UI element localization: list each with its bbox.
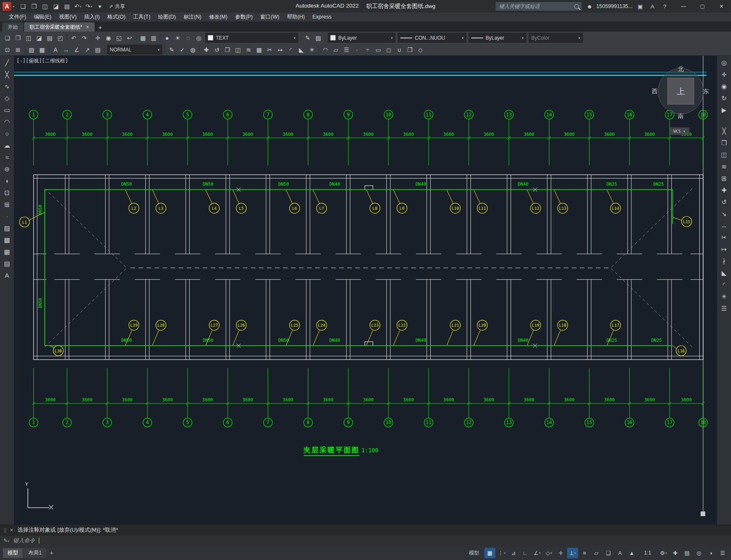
new-tab-button[interactable]: + bbox=[95, 22, 105, 32]
model-tab[interactable]: 模型 bbox=[3, 548, 23, 558]
new-layout-button[interactable]: + bbox=[47, 548, 56, 558]
menu-format[interactable]: 格式(O) bbox=[103, 13, 129, 22]
command-tools-icon[interactable]: ✎▾ bbox=[3, 538, 9, 544]
revision-cloud-tool-icon[interactable]: ☁ bbox=[2, 140, 13, 151]
fillet-icon[interactable]: ◜ bbox=[285, 45, 296, 54]
explode-icon[interactable]: ✳ bbox=[307, 45, 317, 54]
menu-help[interactable]: 帮助(H) bbox=[283, 13, 308, 22]
save-icon[interactable]: ◫ bbox=[40, 2, 50, 11]
text-style-select[interactable]: NORMAL▾ bbox=[107, 45, 162, 54]
building-walls[interactable] bbox=[34, 175, 704, 360]
table-icon[interactable]: ▤ bbox=[92, 45, 103, 54]
zoom-icon[interactable]: ◉ bbox=[719, 81, 730, 92]
new-icon[interactable]: ❏ bbox=[2, 33, 13, 43]
ellipse-arc-tool-icon[interactable]: ◖ bbox=[2, 176, 13, 186]
region-icon[interactable]: ▭ bbox=[373, 45, 383, 54]
layout1-tab[interactable]: 布局1 bbox=[24, 548, 46, 558]
object-snap-tracking-icon[interactable]: ✛ bbox=[555, 548, 566, 558]
annotation-scale-button[interactable]: 1:1 bbox=[638, 546, 657, 559]
zoom-realtime-icon[interactable]: ◉ bbox=[103, 33, 114, 43]
stretch-icon[interactable]: ↔ bbox=[719, 220, 730, 231]
maximize-button[interactable]: ▢ bbox=[693, 0, 712, 13]
move-icon[interactable]: ✚ bbox=[201, 45, 212, 54]
plot-icon[interactable]: ▤ bbox=[62, 2, 72, 11]
layer-freeze-icon[interactable]: ☀ bbox=[172, 33, 183, 43]
copy-icon[interactable]: ❐ bbox=[222, 45, 233, 54]
search-icon[interactable] bbox=[574, 4, 579, 9]
rotate-icon[interactable]: ↺ bbox=[212, 45, 222, 54]
make-block-icon[interactable]: ⊞ bbox=[13, 45, 23, 54]
extend-icon[interactable]: ↦ bbox=[719, 244, 730, 254]
pan-icon[interactable]: ✛ bbox=[719, 69, 730, 80]
autoscale-icon[interactable]: ▲ bbox=[626, 548, 637, 558]
menu-express[interactable]: Express bbox=[309, 13, 335, 22]
menu-file[interactable]: 文件(F) bbox=[5, 13, 30, 22]
leader-icon[interactable]: ↗ bbox=[82, 45, 92, 54]
copy-icon[interactable]: ❐ bbox=[719, 138, 730, 148]
gradient-icon[interactable]: ▩ bbox=[37, 45, 47, 54]
help-icon[interactable]: ? bbox=[660, 3, 669, 10]
app-menu-button[interactable]: A ▾ bbox=[0, 0, 17, 13]
polar-tracking-icon[interactable]: ∠▾ bbox=[532, 548, 543, 558]
menu-edit[interactable]: 编辑(E) bbox=[30, 13, 55, 22]
find-icon[interactable]: ◍ bbox=[188, 45, 198, 54]
new-icon[interactable]: ❏ bbox=[18, 2, 28, 11]
chamfer-icon[interactable]: ◣ bbox=[296, 45, 307, 54]
search-box[interactable] bbox=[495, 2, 582, 11]
make-block-icon[interactable]: ⊞ bbox=[2, 199, 13, 210]
gradient-tool-icon[interactable]: ▩ bbox=[2, 235, 13, 245]
ungroup-icon[interactable]: ◇ bbox=[415, 45, 426, 54]
point-icon[interactable]: ∙ bbox=[352, 45, 362, 54]
circle-tool-icon[interactable]: ○ bbox=[2, 128, 13, 139]
command-input-row[interactable]: ✎▾ 键入命令 bbox=[0, 536, 731, 546]
line-tool-icon[interactable]: ╱ bbox=[2, 57, 13, 68]
offset-icon[interactable]: ≋ bbox=[243, 45, 254, 54]
save-icon[interactable]: ◫ bbox=[23, 33, 34, 43]
customization-icon[interactable]: ☰ bbox=[717, 548, 728, 558]
autodesk-app-icon[interactable]: A bbox=[648, 3, 657, 10]
command-close-icon[interactable]: ✕ bbox=[10, 528, 14, 533]
linetype-select[interactable]: CON...NUOU▾ bbox=[398, 33, 466, 43]
insert-block-icon[interactable]: ⊡ bbox=[2, 187, 13, 198]
move-icon[interactable]: ✚ bbox=[719, 185, 730, 195]
account-button[interactable]: ☻ 15059991135... bbox=[585, 3, 633, 10]
match-properties-icon[interactable]: ▨ bbox=[313, 33, 323, 43]
group-icon[interactable]: ❒ bbox=[405, 45, 415, 54]
boundary-icon[interactable]: ◻ bbox=[383, 45, 394, 54]
orbit-icon[interactable]: ↻ bbox=[719, 93, 730, 103]
fillet-icon[interactable]: ◜ bbox=[719, 279, 730, 290]
layer-plot-icon[interactable]: ◎ bbox=[193, 33, 204, 43]
area-icon[interactable]: ▱ bbox=[331, 45, 341, 54]
polyline-tool-icon[interactable]: ∿ bbox=[2, 81, 13, 92]
layer-lock-icon[interactable]: ◌ bbox=[183, 33, 193, 43]
mtext-icon[interactable]: ✎ bbox=[166, 45, 177, 54]
isolate-objects-icon[interactable]: ◎ bbox=[693, 548, 704, 558]
overlay-lines[interactable] bbox=[14, 55, 707, 516]
redo-icon[interactable]: ↷▾ bbox=[84, 2, 94, 11]
layer-properties-icon[interactable]: ▦ bbox=[138, 33, 148, 43]
lineweight-select[interactable]: ByLayer▾ bbox=[469, 33, 526, 43]
menu-draw[interactable]: 绘图(D) bbox=[154, 13, 179, 22]
list-icon[interactable]: ☰ bbox=[341, 45, 352, 54]
hatch-icon[interactable]: ▨ bbox=[26, 45, 37, 54]
drawing-canvas[interactable]: [-][俯视][二维线框]123456789101112131415161718… bbox=[14, 55, 717, 525]
plot-icon[interactable]: ▤ bbox=[44, 33, 55, 43]
color-select[interactable]: ByLayer▾ bbox=[328, 33, 395, 43]
hatch-tool-icon[interactable]: ▨ bbox=[2, 223, 13, 233]
rotate-icon[interactable]: ↺ bbox=[719, 197, 730, 207]
plotstyle-select[interactable]: ByColor▾ bbox=[529, 33, 583, 43]
undo-icon[interactable]: ↶ bbox=[68, 33, 79, 43]
quick-properties-icon[interactable]: ▤ bbox=[682, 548, 693, 558]
trim-icon[interactable]: ✂ bbox=[264, 45, 275, 54]
undo-icon[interactable]: ↶▾ bbox=[73, 2, 83, 11]
trim-icon[interactable]: ✂ bbox=[719, 232, 730, 243]
dim-angular-icon[interactable]: ∠ bbox=[71, 45, 82, 54]
explode-icon[interactable]: ✳ bbox=[719, 291, 730, 302]
object-snap-icon[interactable]: ⊥▾ bbox=[567, 548, 578, 558]
layer-select[interactable]: TEXT▾ bbox=[205, 33, 298, 43]
grid-axes-top[interactable]: 1234567891011121314151617183000360036003… bbox=[29, 110, 708, 165]
share-button[interactable]: ⇗共享 bbox=[106, 2, 128, 11]
save-as-icon[interactable]: ◪ bbox=[34, 33, 44, 43]
erase-icon[interactable]: ╳ bbox=[719, 126, 730, 136]
ellipse-tool-icon[interactable]: ⊜ bbox=[2, 164, 13, 174]
